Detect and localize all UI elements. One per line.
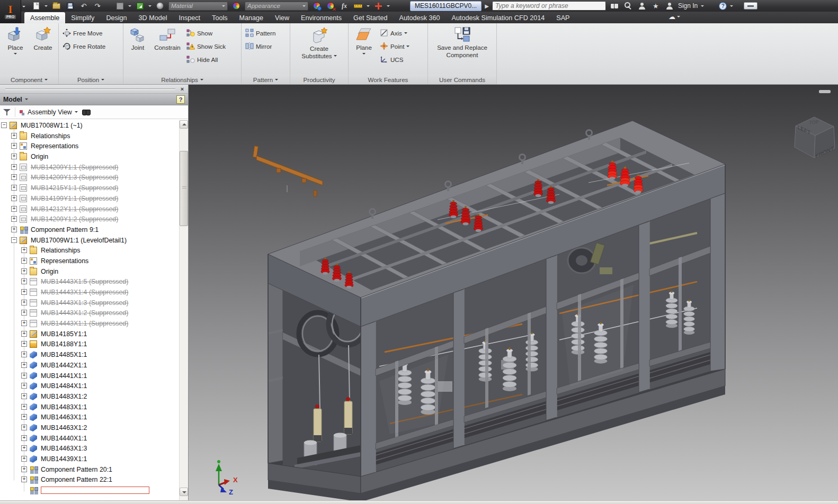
tree-row[interactable]: Component Pattern 22:1	[0, 474, 179, 485]
add-command-caret-icon[interactable]	[387, 5, 390, 8]
tree-row[interactable]: MUB14463X1:3	[0, 443, 179, 454]
browser-help-button[interactable]: ?	[176, 95, 185, 104]
place-button[interactable]: Place	[2, 25, 29, 56]
subscription-button[interactable]	[623, 1, 634, 11]
tree-row[interactable]: MUB14443X1:2 (Suppressed)	[0, 308, 179, 318]
measure-caret-icon[interactable]	[367, 5, 370, 8]
tree-expander[interactable]	[11, 143, 17, 149]
ribbon-tab[interactable]: Inspect	[173, 12, 207, 23]
tree-row[interactable]: MUB14443X1:3 (Suppressed)	[0, 298, 179, 308]
tree-row[interactable]: MUB14209Y1:1 (Suppressed)	[0, 162, 179, 173]
view-selector[interactable]: Assembly View	[20, 109, 78, 116]
tree-expander[interactable]	[11, 174, 17, 180]
tree-row[interactable]: MUB14215Y1:1 (Suppressed)	[0, 183, 179, 193]
tree-item-label[interactable]: MUB14485X1:1	[41, 351, 87, 358]
tree-row[interactable]: MUB14463X1:2	[0, 422, 179, 433]
tree-row[interactable]: MUB14185Y1:1	[0, 329, 179, 339]
tree-item-label[interactable]: MUB14209Y1:2 (Suppressed)	[31, 215, 118, 223]
tree-item-label[interactable]: MUB14209Y1:3 (Suppressed)	[31, 174, 118, 181]
tree-row[interactable]: Component Pattern 9:1	[0, 224, 179, 235]
window-minimize-button[interactable]	[744, 2, 757, 10]
tree-row[interactable]: MUB14441X1:1	[0, 371, 179, 381]
tree-row[interactable]: MUB14188Y1:1	[0, 339, 179, 349]
hide-all-button[interactable]: Hide All	[185, 53, 227, 65]
tree-item-label[interactable]: MUB14443X1:2 (Suppressed)	[41, 309, 128, 317]
account-button[interactable]	[664, 1, 675, 11]
tree-expander[interactable]	[21, 435, 27, 441]
tree-expander[interactable]	[21, 476, 27, 482]
select-button[interactable]	[135, 1, 145, 11]
tree-row[interactable]: Origin	[0, 266, 179, 277]
tree-row[interactable]: MUB14209Y1:3 (Suppressed)	[0, 172, 179, 183]
ribbon-tab[interactable]: Manage	[234, 12, 270, 23]
add-command-button[interactable]	[373, 1, 384, 11]
browser-close-button[interactable]: ×	[179, 86, 186, 93]
browser-title-caret-icon[interactable]	[25, 98, 28, 102]
model-3d-scene[interactable]	[189, 85, 838, 500]
constrain-button[interactable]: Constrain	[151, 25, 184, 51]
tree-row[interactable]: MUB14484X1:1	[0, 381, 179, 391]
canvas-minibar[interactable]	[819, 90, 831, 93]
tree-item-label[interactable]: MUB14442X1:1	[41, 362, 87, 369]
material-combobox[interactable]	[168, 2, 228, 11]
tree-item-label[interactable]: Origin	[31, 153, 48, 160]
find-binoculars-icon[interactable]	[82, 110, 91, 115]
point-caret-icon[interactable]	[406, 46, 409, 49]
tree-row[interactable]: MUB14209Y1:2 (Suppressed)	[0, 214, 179, 224]
tree-item-label[interactable]: Component Pattern 22:1	[41, 476, 112, 483]
tree-item-label[interactable]: MUB14483X1:2	[41, 393, 87, 400]
tree-item-label[interactable]: Origin	[41, 268, 58, 275]
tree-item-label[interactable]: Representations	[31, 142, 78, 150]
appearance-input[interactable]	[247, 3, 302, 9]
ribbon-tab[interactable]: Tools	[206, 12, 233, 23]
viewport-3d[interactable]: TOP LEFT FRONT X Z	[189, 85, 838, 500]
scroll-thumb[interactable]	[180, 151, 188, 226]
show-button[interactable]: Show	[185, 27, 227, 39]
ribbon-tab[interactable]: View	[269, 12, 295, 23]
scroll-down-button[interactable]	[180, 488, 188, 496]
tree-row[interactable]: MUB14483X1:1	[0, 402, 179, 412]
export-caret-icon[interactable]	[128, 5, 131, 8]
tree-row[interactable]: MUB14463X1:1	[0, 412, 179, 422]
app-menu-caret-icon[interactable]	[22, 6, 25, 9]
scroll-up-button[interactable]	[180, 120, 188, 129]
tree-row[interactable]: MUB14443X1:1 (Suppressed)	[0, 318, 179, 329]
tree-expander[interactable]	[11, 216, 17, 222]
tree-row[interactable]	[0, 485, 179, 496]
tree-row[interactable]: Origin	[0, 151, 179, 162]
tree-row[interactable]: MUB17008W1:1 (~1)	[0, 120, 179, 131]
tree-item-label[interactable]: Relationships	[31, 132, 70, 140]
ribbon-tab[interactable]: Assemble	[24, 12, 65, 23]
panel-label-position[interactable]: Position	[59, 75, 123, 84]
ribbon-tab[interactable]: SAP	[550, 12, 575, 23]
tree-scrollbar[interactable]	[179, 120, 188, 500]
tree-row[interactable]: MUB17009W1:1 (LevelofDetail1)	[0, 235, 179, 246]
browser-grip[interactable]	[5, 88, 175, 90]
tree-expander[interactable]	[21, 393, 27, 399]
mirror-button[interactable]: Mirror	[244, 40, 277, 52]
tree-expander[interactable]	[21, 300, 27, 305]
tree-expander[interactable]	[21, 383, 27, 389]
adjust-appearance-button[interactable]	[311, 1, 322, 11]
open-button[interactable]	[51, 1, 61, 11]
community-button[interactable]	[637, 1, 647, 11]
axis-button[interactable]: Axis	[378, 27, 411, 39]
tree-expander[interactable]	[21, 425, 27, 430]
ribbon-tab[interactable]: Get Started	[347, 12, 393, 23]
plane-button[interactable]: Plane	[351, 25, 377, 56]
ribbon-tab[interactable]: 3D Model	[133, 12, 173, 23]
tree-expander[interactable]	[21, 373, 27, 379]
tree-expander[interactable]	[21, 466, 27, 472]
tree-row[interactable]: Relationships	[0, 131, 179, 141]
panel-label-relationships[interactable]: Relationships	[123, 75, 241, 84]
tree-expander[interactable]	[21, 258, 27, 264]
tree-item-label[interactable]: MUB14188Y1:1	[41, 340, 87, 348]
tree-expander[interactable]	[21, 320, 27, 326]
search-box[interactable]	[492, 1, 606, 11]
tree-row[interactable]: Representations	[0, 256, 179, 266]
panel-label-work-features[interactable]: Work Features	[349, 75, 427, 84]
tree-item-label[interactable]: MUB14439X1:1	[41, 455, 87, 463]
axis-caret-icon[interactable]	[404, 32, 407, 35]
point-button[interactable]: Point	[378, 40, 411, 52]
tree-expander[interactable]	[21, 310, 27, 316]
